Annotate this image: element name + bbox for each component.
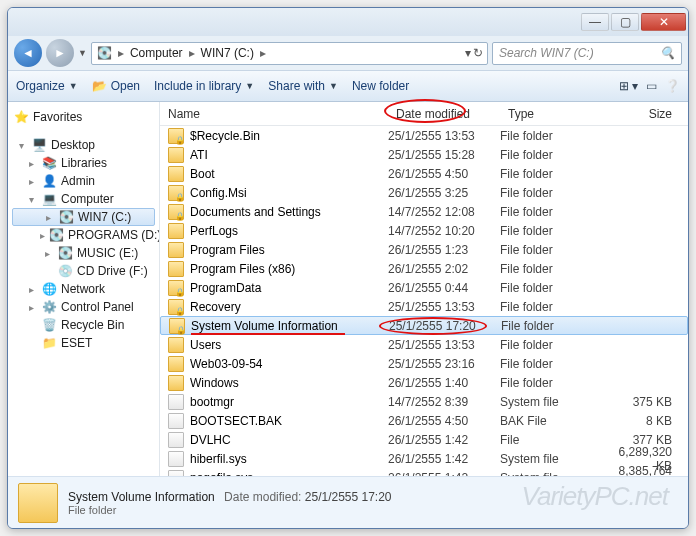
tree-libraries[interactable]: ▸📚Libraries <box>12 154 155 172</box>
navigation-tree[interactable]: ⭐Favorites ▾🖥️Desktop ▸📚Libraries ▸👤Admi… <box>8 102 160 476</box>
file-date: 25/1/2555 13:53 <box>388 300 500 314</box>
file-size: 8 KB <box>600 414 688 428</box>
folder-icon <box>168 204 184 220</box>
separator-icon: ▸ <box>256 46 270 60</box>
maximize-button[interactable]: ▢ <box>611 13 639 31</box>
view-options-button[interactable]: ⊞ ▾ <box>619 79 638 93</box>
file-type: File folder <box>500 281 600 295</box>
address-bar[interactable]: 💽 ▸ Computer ▸ WIN7 (C:) ▸ ▾ ↻ <box>91 42 488 65</box>
file-row[interactable]: pagefile.sys26/1/2555 1:42System file8,3… <box>160 468 688 476</box>
folder-icon <box>168 128 184 144</box>
file-row[interactable]: Config.Msi26/1/2555 3:25File folder <box>160 183 688 202</box>
folder-icon <box>168 375 184 391</box>
file-row[interactable]: Recovery25/1/2555 13:53File folder <box>160 297 688 316</box>
file-row[interactable]: System Volume Information25/1/2555 17:20… <box>160 316 688 335</box>
tree-recycle-bin[interactable]: 🗑️Recycle Bin <box>12 316 155 334</box>
file-date: 25/1/2555 13:53 <box>388 338 500 352</box>
file-name: ATI <box>190 148 208 162</box>
share-with-button[interactable]: Share with ▼ <box>268 79 338 93</box>
file-type: File folder <box>501 319 601 333</box>
file-row[interactable]: bootmgr14/7/2552 8:39System file375 KB <box>160 392 688 411</box>
column-type[interactable]: Type <box>500 102 600 125</box>
file-row[interactable]: Boot26/1/2555 4:50File folder <box>160 164 688 183</box>
file-date: 26/1/2555 1:42 <box>388 433 500 447</box>
separator-icon: ▸ <box>185 46 199 60</box>
file-type: File folder <box>500 129 600 143</box>
file-row[interactable]: Users25/1/2555 13:53File folder <box>160 335 688 354</box>
file-name: Program Files (x86) <box>190 262 295 276</box>
preview-pane-button[interactable]: ▭ <box>646 79 657 93</box>
file-row[interactable]: Program Files (x86)26/1/2555 2:02File fo… <box>160 259 688 278</box>
folder-icon <box>168 356 184 372</box>
file-row[interactable]: $Recycle.Bin25/1/2555 13:53File folder <box>160 126 688 145</box>
tree-admin[interactable]: ▸👤Admin <box>12 172 155 190</box>
file-name: DVLHC <box>190 433 231 447</box>
file-rows[interactable]: $Recycle.Bin25/1/2555 13:53File folderAT… <box>160 126 688 476</box>
tree-eset[interactable]: 📁ESET <box>12 334 155 352</box>
file-row[interactable]: Windows26/1/2555 1:40File folder <box>160 373 688 392</box>
help-button[interactable]: ❔ <box>665 79 680 93</box>
file-row[interactable]: Documents and Settings14/7/2552 12:08Fil… <box>160 202 688 221</box>
file-date: 26/1/2555 1:23 <box>388 243 500 257</box>
file-row[interactable]: ProgramData26/1/2555 0:44File folder <box>160 278 688 297</box>
file-type: File folder <box>500 186 600 200</box>
folder-icon <box>168 185 184 201</box>
breadcrumb-computer[interactable]: Computer <box>128 46 185 60</box>
titlebar: — ▢ ✕ <box>8 8 688 36</box>
tree-drive-e[interactable]: ▸💽MUSIC (E:) <box>12 244 155 262</box>
file-row[interactable]: ATI25/1/2555 15:28File folder <box>160 145 688 164</box>
file-icon <box>168 470 184 477</box>
file-list: Name Date modified Type Size $Recycle.Bi… <box>160 102 688 476</box>
organize-button[interactable]: Organize ▼ <box>16 79 78 93</box>
folder-icon <box>168 166 184 182</box>
file-row[interactable]: PerfLogs14/7/2552 10:20File folder <box>160 221 688 240</box>
file-date: 26/1/2555 0:44 <box>388 281 500 295</box>
open-button[interactable]: 📂 Open <box>92 79 140 93</box>
tree-network[interactable]: ▸🌐Network <box>12 280 155 298</box>
include-library-button[interactable]: Include in library ▼ <box>154 79 254 93</box>
tree-control-panel[interactable]: ▸⚙️Control Panel <box>12 298 155 316</box>
details-title: System Volume Information <box>68 490 215 504</box>
new-folder-button[interactable]: New folder <box>352 79 409 93</box>
chevron-down-icon: ▼ <box>245 81 254 91</box>
tree-drive-c[interactable]: ▸💽WIN7 (C:) <box>12 208 155 226</box>
history-dropdown-icon[interactable]: ▼ <box>78 48 87 58</box>
tree-drive-f[interactable]: 💿CD Drive (F:) <box>12 262 155 280</box>
file-name: Boot <box>190 167 215 181</box>
file-date: 26/1/2555 1:42 <box>388 471 500 477</box>
tree-desktop[interactable]: ▾🖥️Desktop <box>12 136 155 154</box>
file-name: hiberfil.sys <box>190 452 247 466</box>
column-date-modified[interactable]: Date modified <box>388 102 500 125</box>
refresh-icon[interactable]: ↻ <box>473 46 483 60</box>
tree-computer[interactable]: ▾💻Computer <box>12 190 155 208</box>
close-button[interactable]: ✕ <box>641 13 686 31</box>
forward-button[interactable]: ► <box>46 39 74 67</box>
details-type: File folder <box>68 504 392 516</box>
tree-favorites[interactable]: ⭐Favorites <box>12 108 155 126</box>
file-type: File folder <box>500 205 600 219</box>
file-name: Windows <box>190 376 239 390</box>
file-type: File folder <box>500 167 600 181</box>
file-name: Documents and Settings <box>190 205 321 219</box>
search-input[interactable]: Search WIN7 (C:) 🔍 <box>492 42 682 65</box>
file-type: File folder <box>500 300 600 314</box>
column-size[interactable]: Size <box>600 102 688 125</box>
tree-drive-d[interactable]: ▸💽PROGRAMS (D:) <box>12 226 155 244</box>
column-name[interactable]: Name <box>160 102 388 125</box>
file-icon <box>168 394 184 410</box>
folder-icon <box>168 280 184 296</box>
minimize-button[interactable]: — <box>581 13 609 31</box>
file-row[interactable]: Program Files26/1/2555 1:23File folder <box>160 240 688 259</box>
file-row[interactable]: BOOTSECT.BAK26/1/2555 4:50BAK File8 KB <box>160 411 688 430</box>
back-button[interactable]: ◄ <box>14 39 42 67</box>
details-pane: System Volume Information Date modified:… <box>8 476 688 528</box>
column-headers: Name Date modified Type Size <box>160 102 688 126</box>
breadcrumb-drive[interactable]: WIN7 (C:) <box>199 46 256 60</box>
dropdown-icon[interactable]: ▾ <box>465 46 471 60</box>
file-row[interactable]: Web03-09-5425/1/2555 23:16File folder <box>160 354 688 373</box>
file-name: Config.Msi <box>190 186 247 200</box>
folder-icon <box>168 337 184 353</box>
file-date: 26/1/2555 1:40 <box>388 376 500 390</box>
explorer-body: ⭐Favorites ▾🖥️Desktop ▸📚Libraries ▸👤Admi… <box>8 102 688 476</box>
file-date: 25/1/2555 23:16 <box>388 357 500 371</box>
